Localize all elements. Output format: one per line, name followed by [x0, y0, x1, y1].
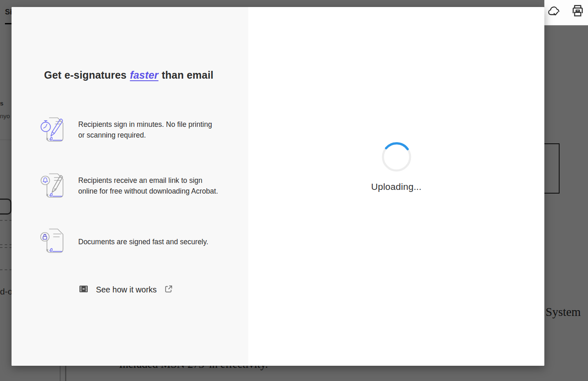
- background-dashed-line: [0, 269, 12, 270]
- see-how-it-works-link[interactable]: See how it works: [79, 285, 173, 295]
- background-dashed-line: [0, 220, 12, 221]
- notification-signature-document-icon: [40, 171, 67, 201]
- heading-after: than email: [162, 69, 214, 81]
- active-tab-underline: [5, 23, 12, 24]
- upload-spinner: [381, 141, 412, 173]
- feature-row: Documents are signed fast and securely.: [40, 227, 218, 257]
- feature-text: Recipients sign in minutes. No file prin…: [78, 119, 218, 140]
- background-divider: [0, 140, 12, 140]
- screen: Si s nyo d-o Included MSN 273' in effect…: [0, 0, 588, 381]
- toolbar-right-corner: [544, 0, 588, 26]
- lock-signature-document-icon: [40, 227, 67, 257]
- esign-upload-modal: Get e-signaturesfasterthan email: [12, 7, 544, 366]
- upload-status-text: Uploading...: [248, 182, 544, 192]
- document-text-fragment: System: [546, 305, 581, 319]
- heading-emphasis: faster: [130, 69, 158, 81]
- background-text-fragment: s: [0, 100, 3, 107]
- background-dashed-line: [0, 244, 12, 245]
- cloud-check-icon: [547, 5, 561, 20]
- background-tab-fragment: Si: [5, 8, 12, 16]
- feature-text: Documents are signed fast and securely.: [78, 236, 218, 247]
- timer-signature-document-icon: [40, 115, 67, 145]
- background-toggle-fragment: [0, 199, 12, 215]
- feature-row: Recipients sign in minutes. No file prin…: [40, 115, 218, 145]
- feature-row: Recipients receive an email link to sign…: [40, 171, 218, 201]
- feature-text: Recipients receive an email link to sign…: [78, 175, 218, 196]
- printer-button[interactable]: [570, 4, 585, 19]
- promo-heading: Get e-signaturesfasterthan email: [44, 69, 229, 81]
- document-page-border: [65, 366, 66, 381]
- promo-panel: Get e-signaturesfasterthan email: [12, 7, 248, 366]
- save-to-cloud-button[interactable]: [546, 4, 561, 20]
- printer-icon: [571, 4, 585, 20]
- see-how-it-works-label: See how it works: [96, 285, 156, 295]
- upload-panel: Uploading...: [248, 7, 544, 366]
- document-page-border: [60, 366, 61, 381]
- background-text-fragment: d-o: [0, 287, 12, 297]
- background-text-fragment: nyo: [0, 112, 10, 119]
- video-film-icon: [79, 285, 88, 295]
- heading-before: Get e-signatures: [44, 69, 126, 81]
- external-link-icon: [164, 285, 173, 295]
- background-dashed-line: [0, 247, 12, 248]
